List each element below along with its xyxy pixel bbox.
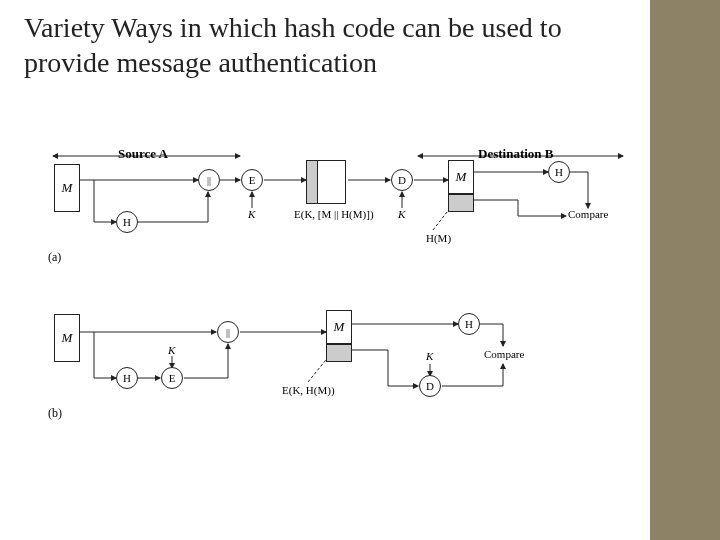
circ-h-src-b: H: [116, 367, 138, 389]
label-part-b: (b): [48, 406, 62, 421]
box-m-src-b: M: [54, 314, 80, 362]
slide-sidebar: [650, 0, 720, 540]
label-cipher-b: E(K, H(M)): [282, 384, 335, 396]
circ-e-b: E: [161, 367, 183, 389]
circ-e-a: E: [241, 169, 263, 191]
box-cipher-strip-a: [306, 160, 318, 204]
label-k-d-b: K: [426, 350, 433, 362]
label-dest-a: Destination B: [478, 146, 553, 162]
box-m-dest-b: M: [326, 310, 352, 344]
label-k-e-a: K: [248, 208, 255, 220]
circ-h-src-a: H: [116, 211, 138, 233]
box-hm-strip-a: [448, 194, 474, 212]
label-source-a: Source A: [118, 146, 168, 162]
label-compare-a: Compare: [568, 208, 608, 220]
label-compare-b: Compare: [484, 348, 524, 360]
box-cipher-strip-b: [326, 344, 352, 362]
circ-concat-a: ||: [198, 169, 220, 191]
circ-concat-b: ||: [217, 321, 239, 343]
circ-h-dest-a: H: [548, 161, 570, 183]
circ-d-b: D: [419, 375, 441, 397]
label-part-a: (a): [48, 250, 61, 265]
label-cipher-a: E(K, [M || H(M)]): [294, 208, 374, 220]
diagram-container: Source A Destination B M H || E K E(K, […: [48, 150, 628, 480]
circ-h-dest-b: H: [458, 313, 480, 335]
label-k-d-a: K: [398, 208, 405, 220]
box-m-src-a: M: [54, 164, 80, 212]
circ-d-a: D: [391, 169, 413, 191]
slide-title: Variety Ways in which hash code can be u…: [24, 10, 644, 80]
label-k-e-b: K: [168, 344, 175, 356]
label-hm-a: H(M): [426, 232, 451, 244]
box-m-dest-a: M: [448, 160, 474, 194]
